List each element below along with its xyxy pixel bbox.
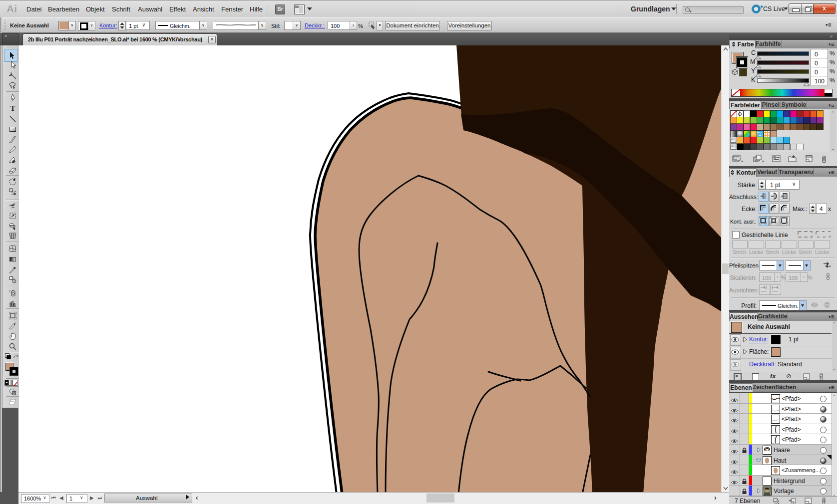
svg-text:T: T [10, 104, 15, 112]
